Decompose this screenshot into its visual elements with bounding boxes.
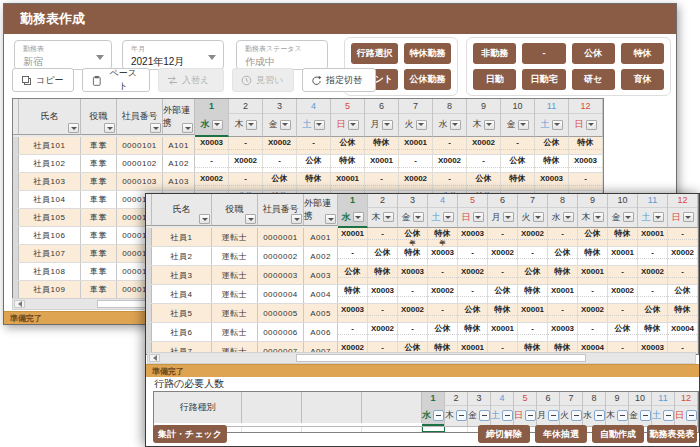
filter-dropdown-button[interactable] [291,214,302,224]
filter-dropdown-button[interactable] [246,120,257,130]
filter-dropdown-button[interactable] [104,123,115,133]
shift-type-button[interactable]: 研セ [572,69,615,90]
shift-cell[interactable]: X0001 [518,304,548,322]
shift-cell[interactable]: - [518,323,548,341]
shift-cell[interactable]: 特休 [668,304,698,322]
employee-number-cell[interactable]: 0000004 [258,285,304,303]
external-link-cell[interactable]: A103 [163,173,195,190]
shift-cell[interactable]: 公休 [488,285,518,303]
shift-cell[interactable]: X0002 [578,304,608,322]
shift-cell[interactable]: 公休年 [398,228,428,246]
collapse-day-button[interactable] [663,410,674,421]
filter-dropdown-button[interactable] [443,212,454,222]
employee-number-cell[interactable]: 0000005 [258,304,304,322]
external-link-cell[interactable]: A101 [163,137,195,154]
shift-cell[interactable]: 公休 [458,304,488,322]
shift-cell[interactable]: - [229,173,263,190]
employee-name-cell[interactable]: 社員3 [152,266,212,284]
shift-cell[interactable]: - [338,323,368,341]
shift-cell[interactable]: X0002 [668,247,698,265]
shift-cell[interactable]: 公休 [368,247,398,265]
collapse-day-button[interactable] [479,410,490,421]
role-cell[interactable]: 車掌 [81,281,117,298]
shift-cell[interactable]: X0002 [195,173,229,190]
external-link-cell[interactable]: A001 [304,228,338,246]
role-cell[interactable]: 車掌 [81,173,117,190]
role-cell[interactable]: 車掌 [81,263,117,280]
employee-name-cell[interactable]: 社員108 [19,263,81,280]
employee-number-cell[interactable]: 0000001 [258,228,304,246]
month-select[interactable]: 年月 2021年12月 [122,40,224,70]
shift-cell[interactable]: - [263,155,297,172]
shift-cell[interactable]: X0003 [548,323,578,341]
shift-cell[interactable]: 公休 [578,228,608,246]
shift-cell[interactable]: - [433,173,467,190]
filter-dropdown-button[interactable] [413,212,424,222]
external-link-cell[interactable]: A006 [304,323,338,341]
filter-dropdown-button[interactable] [563,212,574,222]
shift-cell[interactable]: X0003 [398,266,428,284]
scroll-left-button[interactable] [14,300,25,308]
shift-cell[interactable]: 公休 [428,323,458,341]
shift-cell[interactable]: 特休 [297,173,331,190]
shift-cell[interactable]: - [458,247,488,265]
collapse-day-button[interactable] [433,410,444,421]
shift-cell[interactable]: 公休 [668,285,698,303]
shift-cell[interactable]: X0001 [365,155,399,172]
schedule-select[interactable]: 勤務表 新宿 [14,40,112,70]
collapse-day-button[interactable] [617,410,628,421]
shift-type-button[interactable]: 特休 [621,43,664,64]
shift-cell[interactable]: 特休 [501,173,535,190]
shift-cell[interactable]: 特休 [398,247,428,265]
shift-cell[interactable]: - [548,228,578,246]
shift-cell[interactable]: - [229,137,263,154]
shift-cell[interactable]: X0002 [458,266,488,284]
horizontal-scrollbar[interactable] [147,352,696,364]
filter-dropdown-button[interactable] [623,212,634,222]
collapse-day-button[interactable] [456,410,467,421]
shift-cell[interactable]: X0003 [458,228,488,246]
shift-cell[interactable]: 特休 [548,266,578,284]
collapse-day-button[interactable] [640,410,651,421]
shift-cell[interactable]: - [399,155,433,172]
filter-dropdown-button[interactable] [383,212,394,222]
shift-cell[interactable]: 公休 [467,173,501,190]
filter-dropdown-button[interactable] [325,214,336,224]
employee-number-cell[interactable]: 0000103 [117,173,163,190]
shift-cell[interactable]: 特休 [338,285,368,303]
shift-cell[interactable]: - [195,155,229,172]
external-link-cell[interactable]: A003 [304,266,338,284]
shift-cell[interactable]: - [398,285,428,303]
shift-cell[interactable]: - [458,285,488,303]
filter-dropdown-button[interactable] [533,212,544,222]
employee-name-cell[interactable]: 社員4 [152,285,212,303]
publish-schedule-button[interactable]: 勤務表発表 [647,425,697,443]
shift-cell[interactable]: 特休年 [428,228,458,246]
employee-name-cell[interactable]: 社員104 [19,191,81,208]
shift-cell[interactable]: 公休 [297,155,331,172]
role-cell[interactable]: 車掌 [81,137,117,154]
filter-dropdown-button[interactable] [212,120,223,130]
filter-dropdown-button[interactable] [653,212,664,222]
shift-cell[interactable]: - [488,266,518,284]
route-row-cell[interactable] [302,427,362,432]
employee-name-cell[interactable]: 社員5 [152,304,212,322]
shift-cell[interactable]: X0002 [263,137,297,154]
shift-cell[interactable]: 特休 [368,266,398,284]
filter-dropdown-button[interactable] [518,120,529,130]
filter-dropdown-button[interactable] [353,212,364,222]
shift-cell[interactable]: - [548,304,578,322]
shift-cell[interactable]: X0003 [535,173,569,190]
shift-cell[interactable]: 特休 [331,155,365,172]
filter-dropdown-button[interactable] [450,120,461,130]
employee-name-cell[interactable]: 社員2 [152,247,212,265]
shift-cell[interactable]: - [638,285,668,303]
filter-dropdown-button[interactable] [245,214,256,224]
shift-cell[interactable]: - [578,285,608,303]
filter-dropdown-button[interactable] [503,212,514,222]
role-cell[interactable]: 車掌 [81,227,117,244]
trainee-button[interactable]: 見習い [232,68,294,92]
shift-type-button[interactable]: 日勤宅 [522,69,565,90]
copy-button[interactable]: コピー [12,68,74,92]
shift-cell[interactable]: - [488,228,518,246]
